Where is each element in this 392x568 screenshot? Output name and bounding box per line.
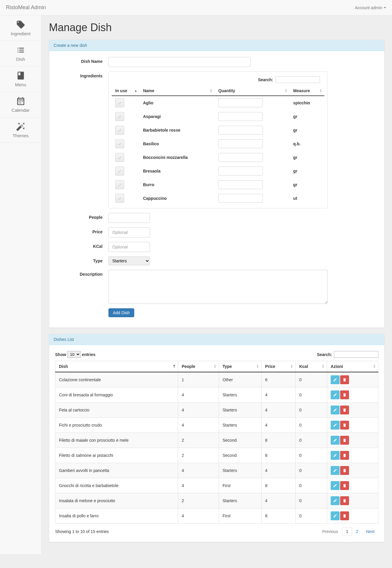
dish-row: Coni di bresaola al formaggio4Starters40 [55,387,378,403]
length-select[interactable]: 10 [67,351,81,358]
cell-people: 2 [178,433,219,448]
ingredient-row: Bresaolagr [112,164,324,178]
th-price[interactable]: Price▲▼ [261,361,295,372]
delete-button[interactable] [340,421,349,430]
inuse-checkbox[interactable] [115,139,124,148]
ing-th-inuse[interactable]: In use▲ [112,86,140,96]
dish-search-input[interactable] [334,351,378,358]
delete-button[interactable] [340,496,349,505]
page-2[interactable]: 2 [352,527,362,536]
sidebar-item-label: Dish [16,57,25,62]
inuse-checkbox[interactable] [115,194,124,203]
cell-actions [327,433,378,448]
delete-button[interactable] [340,511,349,520]
people-input[interactable] [108,213,150,223]
pencil-icon [333,484,337,488]
ing-name: Burro [140,178,215,192]
th-people[interactable]: People▲▼ [178,361,219,372]
ing-qty-input[interactable] [218,153,263,162]
ing-th-qty[interactable]: Quantity▲▼ [215,86,290,96]
people-label: People [55,213,108,223]
price-input[interactable] [108,227,150,237]
sidebar-item-calendar[interactable]: Calendar [0,92,41,117]
type-label: Type [55,256,108,265]
delete-button[interactable] [340,375,349,384]
edit-button[interactable] [331,375,340,384]
kcal-input[interactable] [108,242,150,252]
cell-price: 4 [261,403,295,418]
description-textarea[interactable] [108,270,328,304]
add-dish-button[interactable]: Add Dish [108,308,134,317]
th-type[interactable]: Type▲▼ [219,361,261,372]
cell-dish: Gnocchi di ricotta e barbabietole [55,478,178,493]
delete-button[interactable] [340,390,349,399]
ing-qty-input[interactable] [218,98,263,107]
sidebar-item-themes[interactable]: Themes [0,117,41,143]
ing-scroll[interactable]: In use▲ Name▲▼ Quantity▲▼ Measure▲▼ Agli… [112,86,324,205]
edit-button[interactable] [331,496,340,505]
delete-button[interactable] [340,406,349,414]
delete-button[interactable] [340,451,349,460]
ing-qty-input[interactable] [218,194,263,203]
ingredients-table: In use▲ Name▲▼ Quantity▲▼ Measure▲▼ Agli… [112,86,324,205]
cell-price: 8 [261,478,295,493]
delete-button[interactable] [340,466,349,475]
inuse-checkbox[interactable] [115,153,124,162]
cell-actions [327,478,378,493]
th-dish[interactable]: Dish▲▼ [55,361,178,372]
page-next[interactable]: Next [362,527,378,536]
cell-price: 4 [261,493,295,508]
cell-kcal: 0 [295,372,327,387]
cell-dish: Filetto di maiale con prosciutto e mele [55,433,178,448]
cell-actions [327,463,378,478]
ing-name: Bresaola [140,164,215,178]
ing-qty-input[interactable] [218,126,263,135]
ing-th-name[interactable]: Name▲▼ [140,86,215,96]
inuse-checkbox[interactable] [115,167,124,175]
edit-button[interactable] [331,421,340,430]
cell-type: Starters [219,418,261,433]
edit-button[interactable] [331,451,340,460]
cell-dish: Feta al cartoccio [55,403,178,418]
ing-th-measure[interactable]: Measure▲▼ [290,86,324,96]
edit-button[interactable] [331,481,340,490]
navbar-brand[interactable]: RistoMeal Admin [6,4,46,11]
ing-search-label: Search: [258,77,273,82]
inuse-checkbox[interactable] [115,98,124,107]
ing-qty-input[interactable] [218,167,263,175]
sidebar-item-ingredient[interactable]: Ingredient [0,15,41,41]
ing-qty-input[interactable] [218,139,263,148]
pencil-icon [333,423,337,427]
inuse-checkbox[interactable] [115,180,124,189]
sidebar-item-menu[interactable]: Menu [0,66,41,92]
trash-icon [343,393,347,397]
edit-button[interactable] [331,436,340,445]
dish-name-input[interactable] [108,57,251,67]
th-azioni[interactable]: Azioni▲▼ [327,361,378,372]
inuse-checkbox[interactable] [115,126,124,135]
page-previous[interactable]: Previous [318,527,342,536]
page-1[interactable]: 1 [342,527,352,536]
ingredient-row: Asparagigr [112,110,324,123]
edit-button[interactable] [331,466,340,475]
type-select[interactable]: Starters [108,256,150,265]
ing-qty-input[interactable] [218,112,263,121]
th-kcal[interactable]: Kcal▲▼ [295,361,327,372]
edit-button[interactable] [331,390,340,399]
inuse-checkbox[interactable] [115,112,124,121]
cell-type: Second [219,448,261,463]
ing-qty-input[interactable] [218,180,263,189]
cell-price: 4 [261,463,295,478]
delete-button[interactable] [340,481,349,490]
sidebar-item-label: Calendar [12,108,30,113]
cell-price: 8 [261,448,295,463]
ing-search-input[interactable] [276,76,320,83]
account-dropdown[interactable]: Account admin [355,5,386,10]
edit-button[interactable] [331,511,340,520]
delete-button[interactable] [340,436,349,445]
dish-row: Filetto di maiale con prosciutto e mele2… [55,433,378,448]
pencil-icon [333,378,337,382]
edit-button[interactable] [331,406,340,414]
cell-people: 4 [178,418,219,433]
sidebar-item-dish[interactable]: Dish [0,41,41,66]
